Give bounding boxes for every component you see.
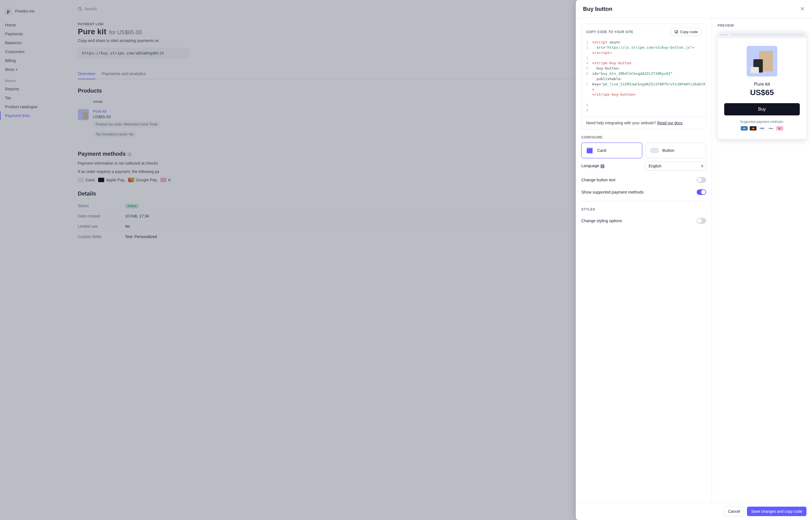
svg-rect-3 [675,30,677,33]
save-button[interactable]: Save changes and copy code [747,506,807,516]
change-styling-label: Change styling options [581,218,622,223]
clipboard-icon [674,30,678,34]
visa-icon: VISA [758,126,765,131]
amex-icon: AE [740,126,748,131]
preview-label: PREVIEW [718,24,807,28]
card-layout-icon [586,147,593,154]
klarna-icon: K. [776,126,783,131]
configure-option-card[interactable]: Card [581,142,642,158]
code-card-label: COPY CODE TO YOUR SITE [586,30,633,34]
copy-code-button[interactable]: Copy code [671,28,701,36]
preview-product-image [747,46,777,76]
preview-buy-button[interactable]: Buy [724,103,800,115]
buy-button-drawer: Buy button ✕ COPY CODE TO YOUR SITE Copy… [576,0,812,520]
divider [581,201,706,201]
change-styling-toggle[interactable] [697,218,706,224]
change-button-text-toggle[interactable] [697,177,706,183]
configure-option-button[interactable]: Button [646,142,706,158]
code-help: Need help integrating with your website?… [582,116,706,129]
info-icon[interactable]: i [600,164,605,168]
preview-browser-chrome [718,31,807,38]
close-icon[interactable]: ✕ [800,5,805,12]
button-layout-icon [650,148,659,153]
gpay-icon: GPay [767,126,775,131]
styles-label: STYLES [581,207,706,211]
language-select[interactable]: English [645,161,706,171]
read-docs-link[interactable]: Read our docs [657,121,682,125]
drawer-title: Buy button [583,6,613,12]
change-button-text-label: Change button text [581,178,616,182]
preview-payment-methods: AE VISA GPay K. [724,126,800,131]
cancel-button[interactable]: Cancel [724,506,745,516]
code-card: COPY CODE TO YOUR SITE Copy code 1234567… [581,24,706,129]
preview-price: US$65 [724,88,800,97]
mastercard-icon [750,126,757,131]
show-payment-methods-label: Show supported payment methods [581,190,644,194]
language-label: Language [581,163,599,168]
show-payment-methods-toggle[interactable] [697,189,706,195]
configure-label: CONFIGURE [581,135,706,139]
preview-product-name: Pure kit [724,81,800,87]
preview-supported-label: Supported payment methods: [724,120,800,124]
code-block[interactable]: 123456789 <script async src="https://js.… [582,40,706,116]
preview-frame: Pure kit US$65 Buy Supported payment met… [718,31,807,139]
